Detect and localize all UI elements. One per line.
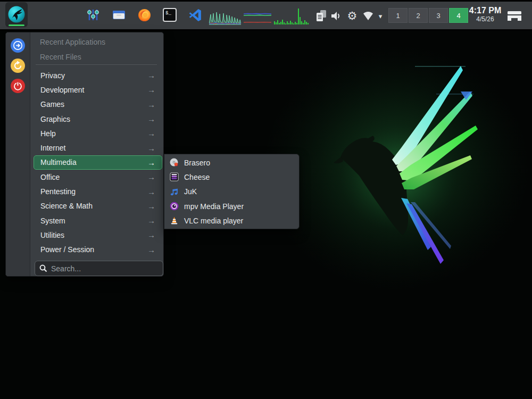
settings-sliders-button[interactable]: [85, 6, 101, 24]
app-item-brasero[interactable]: Brasero: [164, 155, 299, 170]
category-multimedia-active[interactable]: Multimedia→: [34, 155, 162, 170]
category-science-math[interactable]: Science & Math→: [34, 199, 162, 213]
top-panel: $_: [0, 0, 532, 30]
vscode-icon: [188, 8, 203, 22]
recent-applications-item[interactable]: Recent Applications: [40, 35, 105, 49]
arrow-right-icon: →: [147, 230, 155, 239]
volume-icon: [330, 10, 342, 22]
cheese-icon: [170, 172, 179, 181]
clipboard-tray-button[interactable]: [315, 9, 328, 23]
clipboard-icon: [316, 10, 327, 22]
terminal-button[interactable]: $_: [162, 6, 178, 24]
terminal-icon: $_: [162, 7, 177, 22]
app-launcher-button[interactable]: [5, 2, 28, 27]
arrow-right-icon: →: [147, 202, 155, 211]
arrow-right-icon: →: [147, 85, 155, 94]
arrow-right-icon: →: [147, 158, 155, 167]
logout-icon: [12, 40, 23, 51]
workspace-3[interactable]: 3: [429, 8, 448, 23]
session-sidebar: [6, 32, 30, 276]
app-label: JuK: [184, 187, 197, 196]
recent-files-item[interactable]: Recent Files: [40, 49, 81, 64]
volume-tray-button[interactable]: [330, 9, 343, 23]
app-item-juk[interactable]: JuK: [164, 185, 299, 199]
category-internet[interactable]: Internet→: [34, 140, 162, 155]
category-label: Multimedia: [40, 158, 77, 167]
wifi-tray-button[interactable]: [362, 9, 375, 23]
app-label: Cheese: [184, 173, 210, 181]
arrow-right-icon: →: [147, 71, 155, 80]
tray-expander-button[interactable]: ▾: [376, 9, 385, 23]
athena-logo-icon: [7, 5, 26, 24]
clock-time: 4:17 PM: [468, 5, 502, 15]
logout-button[interactable]: [11, 38, 25, 53]
category-privacy[interactable]: Privacy→: [34, 68, 162, 82]
category-label: Games: [40, 100, 64, 109]
category-utilities[interactable]: Utilities→: [34, 228, 162, 242]
network-graph[interactable]: [274, 6, 309, 26]
cpu-graph[interactable]: [209, 6, 241, 26]
memory-graph[interactable]: [244, 6, 271, 26]
app-item-cheese[interactable]: Cheese: [164, 170, 299, 184]
workspace-2[interactable]: 2: [409, 8, 428, 23]
app-item-vlc[interactable]: VLC media player: [164, 213, 299, 228]
application-menu: Recent Applications Recent Files Privacy…: [5, 32, 164, 277]
category-label: Utilities: [40, 231, 64, 239]
workspace-1[interactable]: 1: [388, 8, 408, 23]
arrow-right-icon: →: [147, 114, 155, 123]
clock-date: 4/5/26: [468, 15, 502, 23]
category-graphics[interactable]: Graphics→: [34, 112, 162, 126]
category-power-session[interactable]: Power / Session→: [34, 243, 162, 257]
restart-button[interactable]: [11, 59, 25, 73]
arrow-right-icon: →: [147, 129, 155, 138]
category-label: Graphics: [40, 115, 70, 123]
category-label: Science & Math: [40, 202, 93, 210]
category-label: Office: [40, 173, 60, 181]
arrow-right-icon: →: [147, 216, 155, 225]
app-label: VLC media player: [184, 217, 243, 225]
settings-sliders-icon: [86, 8, 100, 22]
search-input[interactable]: [51, 264, 159, 273]
shutdown-icon: [12, 80, 23, 92]
show-desktop-button[interactable]: [504, 7, 525, 24]
svg-text:$_: $_: [165, 11, 171, 16]
category-label: Development: [40, 86, 85, 94]
clock-widget[interactable]: 4:17 PM 4/5/26: [468, 5, 502, 23]
settings-gear-tray-button[interactable]: ⚙: [346, 9, 359, 23]
app-label: mpv Media Player: [184, 202, 244, 211]
category-label: Help: [40, 129, 56, 138]
shutdown-button[interactable]: [11, 79, 25, 93]
category-label: Privacy: [40, 71, 65, 80]
juk-icon: [170, 187, 179, 196]
category-help[interactable]: Help→: [34, 126, 162, 140]
active-task-underline: [9, 24, 24, 26]
category-office[interactable]: Office→: [34, 170, 162, 184]
firefox-button[interactable]: [136, 6, 152, 24]
menu-separator: [36, 64, 157, 65]
show-desktop-icon: [507, 10, 522, 22]
vscode-button[interactable]: [187, 6, 203, 24]
restart-icon: [12, 60, 23, 71]
system-monitors: [209, 6, 313, 26]
workspace-4-active[interactable]: 4: [449, 8, 468, 23]
arrow-right-icon: →: [147, 187, 155, 196]
category-development[interactable]: Development→: [34, 82, 162, 97]
category-label: Pentesting: [40, 187, 76, 196]
category-label: Internet: [40, 144, 65, 152]
app-item-mpv[interactable]: mpv Media Player: [164, 199, 299, 213]
brasero-icon: [170, 158, 179, 167]
category-list: Privacy→ Development→ Games→ Graphics→ H…: [34, 68, 162, 257]
file-manager-button[interactable]: [111, 6, 127, 24]
file-manager-icon: [112, 8, 126, 22]
arrow-right-icon: →: [147, 245, 155, 254]
mpv-icon: [170, 202, 179, 211]
gear-icon: ⚙: [347, 10, 358, 22]
search-icon: [39, 264, 47, 272]
category-system[interactable]: System→: [34, 213, 162, 228]
wifi-icon: [363, 11, 373, 21]
arrow-right-icon: →: [147, 100, 155, 109]
category-label: System: [40, 217, 65, 225]
category-pentesting[interactable]: Pentesting→: [34, 184, 162, 198]
category-games[interactable]: Games→: [34, 97, 162, 112]
chevron-down-icon: ▾: [379, 12, 383, 20]
